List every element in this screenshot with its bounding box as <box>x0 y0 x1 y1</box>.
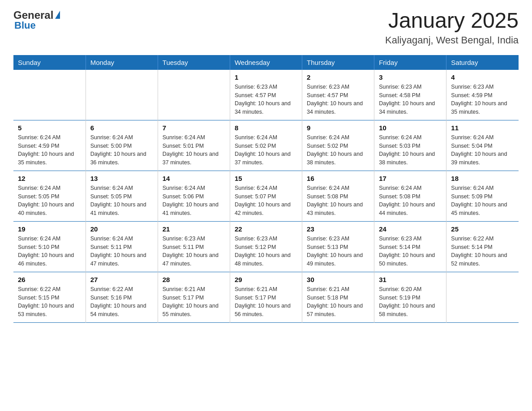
day-info: Sunrise: 6:24 AM Sunset: 5:02 PM Dayligh… <box>235 133 297 167</box>
day-number: 8 <box>235 124 297 132</box>
week-row-3: 12Sunrise: 6:24 AM Sunset: 5:05 PM Dayli… <box>13 171 519 221</box>
logo-blue-text: Blue <box>14 20 36 31</box>
header-row: Sunday Monday Tuesday Wednesday Thursday… <box>13 55 519 70</box>
day-info: Sunrise: 6:24 AM Sunset: 5:11 PM Dayligh… <box>90 235 153 268</box>
day-info: Sunrise: 6:24 AM Sunset: 5:01 PM Dayligh… <box>163 133 225 167</box>
title-block: January 2025 Kaliyaganj, West Bengal, In… <box>385 9 519 46</box>
day-number: 20 <box>90 225 153 233</box>
day-info: Sunrise: 6:24 AM Sunset: 5:07 PM Dayligh… <box>235 184 297 218</box>
col-friday: Friday <box>374 55 446 70</box>
day-cell: 20Sunrise: 6:24 AM Sunset: 5:11 PM Dayli… <box>86 221 158 272</box>
day-number: 22 <box>235 225 297 233</box>
day-info: Sunrise: 6:21 AM Sunset: 5:17 PM Dayligh… <box>235 285 297 319</box>
day-cell <box>158 70 230 120</box>
day-cell: 1Sunrise: 6:23 AM Sunset: 4:57 PM Daylig… <box>230 70 302 120</box>
day-info: Sunrise: 6:24 AM Sunset: 5:03 PM Dayligh… <box>379 133 442 167</box>
day-cell: 2Sunrise: 6:23 AM Sunset: 4:57 PM Daylig… <box>302 70 374 120</box>
day-number: 26 <box>18 276 81 283</box>
day-cell: 6Sunrise: 6:24 AM Sunset: 5:00 PM Daylig… <box>86 120 158 171</box>
day-info: Sunrise: 6:24 AM Sunset: 5:09 PM Dayligh… <box>451 184 514 218</box>
day-number: 27 <box>90 276 153 283</box>
day-number: 24 <box>379 225 442 233</box>
day-info: Sunrise: 6:24 AM Sunset: 5:08 PM Dayligh… <box>307 184 369 218</box>
logo-triangle-icon <box>55 11 60 19</box>
logo: General Blue <box>13 9 60 31</box>
day-cell: 28Sunrise: 6:21 AM Sunset: 5:17 PM Dayli… <box>158 272 230 322</box>
day-info: Sunrise: 6:24 AM Sunset: 5:10 PM Dayligh… <box>18 235 81 268</box>
day-info: Sunrise: 6:24 AM Sunset: 5:06 PM Dayligh… <box>163 184 225 218</box>
day-number: 2 <box>307 73 369 81</box>
page-subtitle: Kaliyaganj, West Bengal, India <box>385 34 519 46</box>
col-monday: Monday <box>86 55 158 70</box>
day-cell: 15Sunrise: 6:24 AM Sunset: 5:07 PM Dayli… <box>230 171 302 221</box>
day-info: Sunrise: 6:24 AM Sunset: 4:59 PM Dayligh… <box>18 133 81 167</box>
day-number: 16 <box>307 175 369 182</box>
day-number: 7 <box>163 124 225 132</box>
col-sunday: Sunday <box>13 55 86 70</box>
day-info: Sunrise: 6:24 AM Sunset: 5:04 PM Dayligh… <box>451 133 514 167</box>
day-number: 12 <box>18 175 81 182</box>
day-number: 13 <box>90 175 153 182</box>
day-cell: 12Sunrise: 6:24 AM Sunset: 5:05 PM Dayli… <box>13 171 86 221</box>
day-cell: 17Sunrise: 6:24 AM Sunset: 5:08 PM Dayli… <box>374 171 446 221</box>
day-number: 31 <box>379 276 442 283</box>
day-info: Sunrise: 6:22 AM Sunset: 5:14 PM Dayligh… <box>451 235 514 268</box>
day-info: Sunrise: 6:22 AM Sunset: 5:15 PM Dayligh… <box>18 285 81 319</box>
day-cell: 25Sunrise: 6:22 AM Sunset: 5:14 PM Dayli… <box>446 221 519 272</box>
day-info: Sunrise: 6:24 AM Sunset: 5:00 PM Dayligh… <box>90 133 153 167</box>
day-cell: 8Sunrise: 6:24 AM Sunset: 5:02 PM Daylig… <box>230 120 302 171</box>
day-cell: 19Sunrise: 6:24 AM Sunset: 5:10 PM Dayli… <box>13 221 86 272</box>
day-number: 11 <box>451 124 514 132</box>
day-number: 25 <box>451 225 514 233</box>
page-header: General Blue January 2025 Kaliyaganj, We… <box>13 9 519 46</box>
day-number: 19 <box>18 225 81 233</box>
day-info: Sunrise: 6:20 AM Sunset: 5:19 PM Dayligh… <box>379 285 442 319</box>
day-number: 15 <box>235 175 297 182</box>
day-info: Sunrise: 6:23 AM Sunset: 5:13 PM Dayligh… <box>307 235 369 268</box>
col-tuesday: Tuesday <box>158 55 230 70</box>
col-thursday: Thursday <box>302 55 374 70</box>
week-row-5: 26Sunrise: 6:22 AM Sunset: 5:15 PM Dayli… <box>13 272 519 322</box>
day-cell: 3Sunrise: 6:23 AM Sunset: 4:58 PM Daylig… <box>374 70 446 120</box>
col-saturday: Saturday <box>446 55 519 70</box>
day-number: 10 <box>379 124 442 132</box>
day-number: 18 <box>451 175 514 182</box>
day-cell: 16Sunrise: 6:24 AM Sunset: 5:08 PM Dayli… <box>302 171 374 221</box>
day-cell: 23Sunrise: 6:23 AM Sunset: 5:13 PM Dayli… <box>302 221 374 272</box>
day-info: Sunrise: 6:21 AM Sunset: 5:18 PM Dayligh… <box>307 285 369 319</box>
day-cell: 31Sunrise: 6:20 AM Sunset: 5:19 PM Dayli… <box>374 272 446 322</box>
day-number: 6 <box>90 124 153 132</box>
day-cell: 7Sunrise: 6:24 AM Sunset: 5:01 PM Daylig… <box>158 120 230 171</box>
day-cell: 13Sunrise: 6:24 AM Sunset: 5:05 PM Dayli… <box>86 171 158 221</box>
week-row-4: 19Sunrise: 6:24 AM Sunset: 5:10 PM Dayli… <box>13 221 519 272</box>
day-number: 4 <box>451 73 514 81</box>
day-number: 23 <box>307 225 369 233</box>
day-number: 28 <box>163 276 225 283</box>
day-info: Sunrise: 6:23 AM Sunset: 5:14 PM Dayligh… <box>379 235 442 268</box>
day-info: Sunrise: 6:22 AM Sunset: 5:16 PM Dayligh… <box>90 285 153 319</box>
day-info: Sunrise: 6:24 AM Sunset: 5:05 PM Dayligh… <box>18 184 81 218</box>
col-wednesday: Wednesday <box>230 55 302 70</box>
day-info: Sunrise: 6:24 AM Sunset: 5:08 PM Dayligh… <box>379 184 442 218</box>
day-cell: 9Sunrise: 6:24 AM Sunset: 5:02 PM Daylig… <box>302 120 374 171</box>
day-info: Sunrise: 6:21 AM Sunset: 5:17 PM Dayligh… <box>163 285 225 319</box>
calendar-table: Sunday Monday Tuesday Wednesday Thursday… <box>13 55 519 323</box>
day-cell: 21Sunrise: 6:23 AM Sunset: 5:11 PM Dayli… <box>158 221 230 272</box>
day-cell: 11Sunrise: 6:24 AM Sunset: 5:04 PM Dayli… <box>446 120 519 171</box>
day-cell: 24Sunrise: 6:23 AM Sunset: 5:14 PM Dayli… <box>374 221 446 272</box>
day-info: Sunrise: 6:23 AM Sunset: 4:57 PM Dayligh… <box>307 83 369 116</box>
calendar-header: Sunday Monday Tuesday Wednesday Thursday… <box>13 55 519 70</box>
day-cell: 30Sunrise: 6:21 AM Sunset: 5:18 PM Dayli… <box>302 272 374 322</box>
day-number: 21 <box>163 225 225 233</box>
day-cell <box>86 70 158 120</box>
day-info: Sunrise: 6:23 AM Sunset: 4:57 PM Dayligh… <box>235 83 297 116</box>
day-cell: 4Sunrise: 6:23 AM Sunset: 4:59 PM Daylig… <box>446 70 519 120</box>
day-cell: 29Sunrise: 6:21 AM Sunset: 5:17 PM Dayli… <box>230 272 302 322</box>
calendar-body: 1Sunrise: 6:23 AM Sunset: 4:57 PM Daylig… <box>13 70 519 323</box>
day-number: 3 <box>379 73 442 81</box>
day-cell: 26Sunrise: 6:22 AM Sunset: 5:15 PM Dayli… <box>13 272 86 322</box>
day-cell <box>13 70 86 120</box>
day-cell <box>446 272 519 322</box>
day-number: 9 <box>307 124 369 132</box>
page-title: January 2025 <box>385 9 519 33</box>
